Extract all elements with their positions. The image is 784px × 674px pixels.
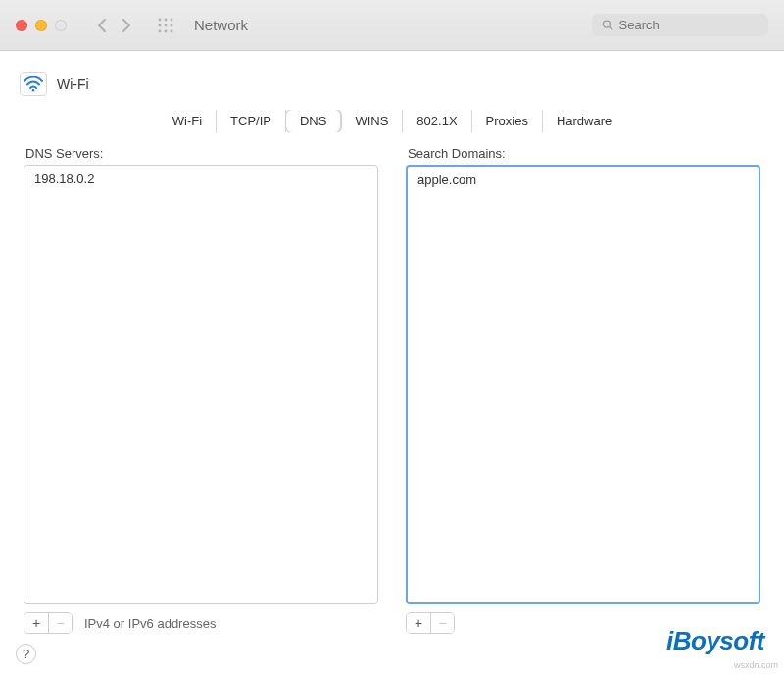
- help-button[interactable]: ?: [16, 644, 36, 664]
- domains-add-button[interactable]: +: [407, 613, 430, 633]
- svg-point-0: [159, 18, 162, 21]
- chevron-left-icon: [97, 19, 106, 32]
- domains-add-remove-group: + −: [406, 612, 455, 634]
- zoom-window-button[interactable]: [55, 20, 67, 31]
- pane-title: Wi-Fi: [57, 76, 89, 92]
- svg-line-10: [610, 27, 612, 30]
- search-input[interactable]: [619, 18, 759, 32]
- svg-point-1: [165, 18, 168, 21]
- dns-servers-list[interactable]: 198.18.0.2: [24, 165, 378, 604]
- dns-servers-column: DNS Servers: 198.18.0.2 + − IPv4 or IPv6…: [24, 146, 378, 634]
- forward-button[interactable]: [116, 15, 137, 36]
- svg-point-9: [603, 21, 610, 27]
- tab-wi-fi[interactable]: Wi-Fi: [159, 110, 217, 132]
- svg-point-2: [171, 18, 173, 21]
- traffic-lights: [16, 20, 67, 31]
- dns-server-item[interactable]: 198.18.0.2: [24, 166, 377, 192]
- search-domains-list[interactable]: apple.com: [406, 165, 760, 604]
- content-area: Wi-Fi Wi-FiTCP/IPDNSWINS802.1XProxiesHar…: [0, 51, 784, 674]
- dns-servers-controls: + − IPv4 or IPv6 addresses: [24, 612, 378, 634]
- tab-hardware[interactable]: Hardware: [543, 110, 625, 132]
- wifi-icon-box: [20, 72, 47, 96]
- nav-arrows: [90, 15, 137, 36]
- tab-tcp-ip[interactable]: TCP/IP: [217, 110, 286, 132]
- dns-remove-button[interactable]: −: [48, 613, 72, 633]
- back-button[interactable]: [90, 15, 112, 36]
- svg-point-8: [171, 29, 173, 32]
- app-grid-button[interactable]: [155, 15, 176, 36]
- svg-point-5: [171, 24, 173, 26]
- tab-802-1x[interactable]: 802.1X: [403, 110, 471, 132]
- dns-servers-label: DNS Servers:: [24, 146, 378, 161]
- dns-add-button[interactable]: +: [24, 613, 48, 633]
- minimize-window-button[interactable]: [35, 20, 47, 31]
- search-icon: [602, 19, 613, 31]
- svg-point-7: [165, 29, 168, 32]
- dns-columns: DNS Servers: 198.18.0.2 + − IPv4 or IPv6…: [16, 146, 768, 634]
- chevron-right-icon: [122, 19, 131, 32]
- svg-point-11: [32, 89, 35, 92]
- grid-icon: [158, 18, 173, 33]
- tab-wins[interactable]: WINS: [341, 110, 403, 132]
- svg-point-6: [159, 29, 162, 32]
- search-domains-controls: + −: [406, 612, 760, 634]
- search-field-wrap[interactable]: [592, 14, 768, 36]
- search-domain-item[interactable]: apple.com: [408, 167, 759, 193]
- search-domains-column: Search Domains: apple.com + −: [406, 146, 760, 634]
- pane-header: Wi-Fi: [16, 63, 768, 110]
- domains-remove-button[interactable]: −: [430, 613, 454, 633]
- dns-hint: IPv4 or IPv6 addresses: [84, 616, 216, 631]
- tab-dns[interactable]: DNS: [286, 110, 341, 132]
- wifi-icon: [24, 76, 43, 92]
- network-settings-window: Network Wi-Fi Wi-FiTCP/IPDNSWINS802.1XPr…: [0, 0, 784, 674]
- close-window-button[interactable]: [16, 20, 27, 31]
- dns-add-remove-group: + −: [24, 612, 73, 634]
- svg-point-4: [165, 24, 168, 26]
- titlebar: Network: [0, 0, 784, 51]
- settings-tabs: Wi-FiTCP/IPDNSWINS802.1XProxiesHardware: [159, 110, 626, 132]
- footer: ?: [16, 634, 768, 664]
- search-domains-label: Search Domains:: [406, 146, 760, 161]
- tab-proxies[interactable]: Proxies: [472, 110, 543, 132]
- window-title: Network: [194, 17, 248, 33]
- svg-point-3: [159, 24, 162, 26]
